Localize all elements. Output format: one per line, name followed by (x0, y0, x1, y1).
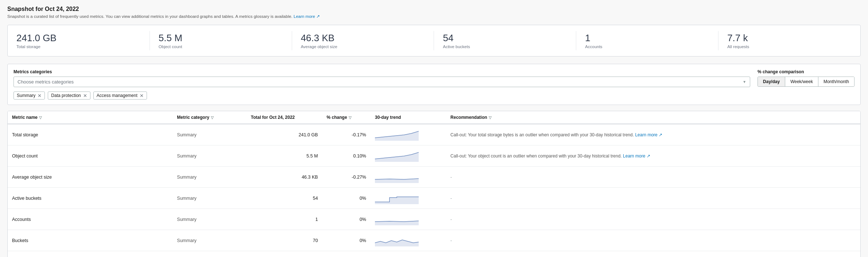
stat-label-object-count: Object count (159, 44, 283, 49)
comparison-label: % change comparison (757, 69, 855, 74)
sort-icon: ▽ (349, 116, 352, 120)
comparison-buttons: Day/dayWeek/weekMonth/month (757, 77, 855, 87)
page-title: Snapshot for Oct 24, 2022 (7, 6, 861, 12)
td-total: 241.0 GB (247, 124, 322, 145)
col-header-category[interactable]: Metric category▽ (173, 111, 246, 124)
sparkline (375, 191, 419, 204)
table-row: Total storage Summary 241.0 GB -0.17% Ca… (8, 124, 860, 145)
sparkline (375, 233, 419, 246)
stat-label-all-requests: All requests (727, 44, 852, 49)
td-trend (371, 124, 446, 145)
stat-value-avg-object-size: 46.3 KB (301, 32, 425, 44)
td-recommendation: - (446, 230, 860, 251)
stat-label-active-buckets: Active buckets (443, 44, 567, 49)
td-recommendation: Call-out: Your % current version bytes i… (446, 251, 860, 257)
metrics-table: Metric name▽Metric category▽Total for Oc… (8, 111, 860, 257)
col-header-metric-name[interactable]: Metric name▽ (8, 111, 173, 124)
tag-data-protection: Data protection ✕ (48, 91, 90, 100)
metrics-categories-label: Metrics categories (13, 69, 750, 74)
td-total: 54 (247, 188, 322, 209)
td-change: -0.27% (322, 167, 371, 188)
stat-value-total-storage: 241.0 GB (16, 32, 141, 44)
td-trend (371, 230, 446, 251)
td-category: Data protection (173, 251, 246, 257)
table-container: Metric name▽Metric category▽Total for Oc… (7, 111, 861, 257)
learn-more-link[interactable]: Learn more ↗ (294, 14, 320, 19)
dash: - (450, 238, 452, 243)
td-metric-name: Total storage (8, 124, 173, 145)
comparison-btn-day[interactable]: Day/day (758, 77, 785, 86)
table-row: % current version bytes Data protection … (8, 251, 860, 257)
learn-more-rec-link[interactable]: Learn more ↗ (635, 132, 662, 137)
select-arrow-icon: ▼ (743, 80, 746, 84)
td-total: 70 (247, 230, 322, 251)
td-total: 1 (247, 209, 322, 230)
stat-label-accounts: Accounts (585, 44, 709, 49)
td-metric-name: Buckets (8, 230, 173, 251)
table-row: Average object size Summary 46.3 KB -0.2… (8, 167, 860, 188)
stat-label-total-storage: Total storage (16, 44, 141, 49)
metrics-categories-select[interactable]: Choose metrics categories ▼ (13, 77, 750, 87)
td-category: Summary (173, 145, 246, 167)
page-container: Snapshot for Oct 24, 2022 Snapshot is a … (0, 0, 868, 257)
stats-row: 241.0 GB Total storage 5.5 M Object coun… (7, 25, 861, 57)
filters-section: Metrics categories Choose metrics catego… (7, 64, 861, 105)
tag-access-management: Access management ✕ (93, 91, 147, 100)
tag-close-access-management[interactable]: ✕ (140, 93, 144, 98)
tag-close-summary[interactable]: ✕ (38, 93, 42, 98)
sort-icon: ▽ (489, 116, 492, 120)
td-trend (371, 188, 446, 209)
learn-more-rec-link[interactable]: Learn more ↗ (623, 153, 650, 159)
sort-icon: ▽ (39, 116, 42, 120)
td-change: 0% (322, 251, 371, 257)
recommendation-text: Call-out: Your total storage bytes is an… (450, 132, 662, 137)
td-category: Summary (173, 167, 246, 188)
tag-label-data-protection: Data protection (51, 93, 81, 98)
sparkline (375, 170, 419, 183)
sparkline (375, 212, 419, 225)
sparkline (375, 128, 419, 141)
sparkline (375, 149, 419, 162)
stat-value-accounts: 1 (585, 32, 709, 44)
td-recommendation: Call-out: Your total storage bytes is an… (446, 124, 860, 145)
comparison-btn-week[interactable]: Week/week (785, 77, 818, 86)
stat-item-all-requests: 7.7 k All requests (718, 31, 860, 50)
td-total: 5.5 M (247, 145, 322, 167)
col-header-change[interactable]: % change▽ (322, 111, 371, 124)
sparkline (375, 254, 419, 257)
col-header-total: Total for Oct 24, 2022 (247, 111, 322, 124)
dash: - (450, 175, 452, 180)
td-recommendation: Call-out: Your object count is an outlie… (446, 145, 860, 167)
td-trend (371, 167, 446, 188)
page-header: Snapshot for Oct 24, 2022 Snapshot is a … (7, 6, 861, 19)
filters-right: % change comparison Day/dayWeek/weekMont… (757, 69, 855, 87)
stat-value-object-count: 5.5 M (159, 32, 283, 44)
sort-icon: ▽ (211, 116, 214, 120)
stat-value-active-buckets: 54 (443, 32, 567, 44)
stat-item-accounts: 1 Accounts (576, 31, 718, 50)
filters-left: Metrics categories Choose metrics catego… (13, 69, 750, 87)
td-trend (371, 251, 446, 257)
tag-label-summary: Summary (17, 93, 35, 98)
td-change: 0% (322, 209, 371, 230)
stat-item-total-storage: 241.0 GB Total storage (8, 31, 150, 50)
table-header: Metric name▽Metric category▽Total for Oc… (8, 111, 860, 124)
td-total: 46.3 KB (247, 167, 322, 188)
td-trend (371, 145, 446, 167)
dash: - (450, 196, 452, 201)
td-category: Summary (173, 188, 246, 209)
table-row: Active buckets Summary 54 0% - (8, 188, 860, 209)
col-header-recommendation[interactable]: Recommendation▽ (446, 111, 860, 124)
recommendation-text: Call-out: Your object count is an outlie… (450, 153, 650, 159)
filters-top: Metrics categories Choose metrics catego… (13, 69, 855, 87)
tag-summary: Summary ✕ (13, 91, 45, 100)
td-change: -0.17% (322, 124, 371, 145)
td-trend (371, 209, 446, 230)
tag-close-data-protection[interactable]: ✕ (83, 93, 87, 98)
comparison-btn-month[interactable]: Month/month (818, 77, 854, 86)
stat-label-avg-object-size: Average object size (301, 44, 425, 49)
stat-item-object-count: 5.5 M Object count (150, 31, 292, 50)
td-recommendation: - (446, 209, 860, 230)
td-total: 99.97% (247, 251, 322, 257)
tags-row: Summary ✕ Data protection ✕ Access manag… (13, 91, 855, 100)
